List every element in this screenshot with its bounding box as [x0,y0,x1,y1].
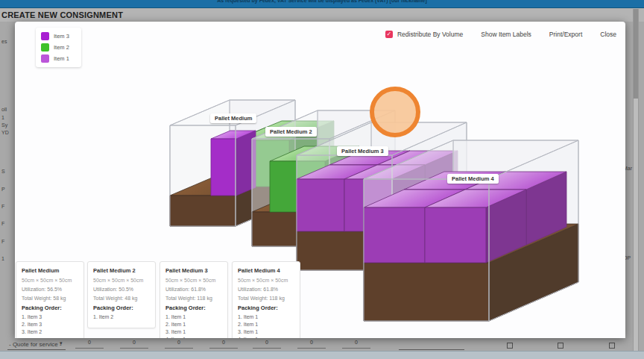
packing-item: 2. Item 3 [22,322,79,327]
chevron-down-icon: ▾ [60,340,63,346]
redistribute-by-volume-toggle[interactable]: ✓ Redistribute By Volume [385,31,463,38]
packing-item: 1. Item 1 [165,314,223,319]
card-dimensions: 50cm × 50cm × 50cm [22,278,79,283]
dialog-toolbar: ✓ Redistribute By Volume Show Item Label… [385,31,616,38]
click-indicator-circle [370,87,420,137]
card-total-weight: Total Weight: 48 kg [93,296,151,301]
packing-item: 1. Item 1 [238,314,295,319]
card-dimensions: 50cm × 50cm × 50cm [165,278,223,283]
left-fragment: es [1,39,7,44]
legend-item-label: Item 2 [54,44,69,51]
card-total-weight: Total Weight: 58 kg [22,296,79,301]
pallet-label-chip: Pallet Medium [210,113,256,123]
card-dimensions: 50cm × 50cm × 50cm [93,278,151,283]
card-title: Pallet Medium [22,267,79,274]
quantity-stepper[interactable]: 0 [120,340,148,349]
bottom-bar [0,351,644,359]
left-fragment: P [1,187,5,192]
vertical-scrollbar[interactable] [633,9,639,351]
left-fragment: F [1,221,4,226]
card-title: Pallet Medium 4 [238,267,295,274]
packing-item: 4. Item 1 [165,337,223,338]
legend-item: Item 1 [41,54,69,63]
pallet-info-card: Pallet Medium 4 50cm × 50cm × 50cm Utili… [232,261,300,338]
packing-item: 4. Item 1 [238,337,295,338]
card-utilization: Utilization: 50.5% [93,287,151,292]
card-total-weight: Total Weight: 118 kg [165,296,223,301]
background-checkbox[interactable] [558,343,564,349]
packing-item: 3. Item 2 [22,329,79,334]
scrollbar-thumb[interactable] [634,9,638,99]
left-fragment: 1 [1,115,4,120]
page-header: CREATE NEW CONSIGNMENT [0,8,644,22]
pallet-label-chip: Pallet Medium 3 [337,146,388,156]
page: As requested by Fedex, VAT Service will … [0,0,644,359]
item1-swatch [41,54,49,63]
redistribute-label: Redistribute By Volume [397,31,463,38]
close-button[interactable]: Close [600,31,616,38]
packing-visualization-dialog: Item 3 Item 2 Item 1 ✓ Redistribute By V… [15,22,625,338]
top-notification-bar: As requested by Fedex, VAT Service will … [0,0,644,8]
packing-item: 2. Item 1 [238,322,295,327]
pallet-label-chip: Pallet Medium 4 [447,174,499,184]
topbar-notice-text: As requested by Fedex, VAT Service will … [217,0,427,3]
card-utilization: Utilization: 61.8% [238,287,295,292]
card-utilization: Utilization: 56.5% [22,287,79,292]
pallet-info-card: Pallet Medium 50cm × 50cm × 50cm Utiliza… [16,261,84,338]
left-fragment: S [1,169,5,174]
packing-item: 1. Item 3 [22,314,79,319]
quantity-stepper[interactable]: 0 [297,340,326,349]
item2-swatch [41,43,49,51]
card-packing-label: Packing Order: [93,305,151,311]
quantity-stepper[interactable]: 0 [165,340,193,349]
legend-item-label: Item 3 [54,33,69,40]
legend-item-label: Item 1 [54,55,69,62]
quantity-stepper[interactable]: 0 [75,340,104,349]
left-fragment: Sy [1,122,7,128]
card-title: Pallet Medium 3 [165,267,223,274]
text-field-underline[interactable] [399,349,464,350]
item3-swatch [41,32,49,40]
card-packing-label: Packing Order: [238,305,295,311]
left-fragment: F [1,204,4,209]
packing-item: 3. Item 1 [165,329,223,334]
show-item-labels-button[interactable]: Show Item Labels [481,31,531,38]
print-export-button[interactable]: Print/Export [549,31,582,38]
pallet-info-card: Pallet Medium 2 50cm × 50cm × 50cm Utili… [87,261,156,328]
card-title: Pallet Medium 2 [93,267,151,274]
background-checkbox[interactable] [507,343,513,349]
legend-item: Item 2 [41,43,69,51]
background-checkbox[interactable] [609,343,615,349]
card-utilization: Utilization: 61.8% [165,287,223,292]
legend: Item 3 Item 2 Item 1 [36,28,81,67]
packing-item: 3. Item 1 [238,329,295,334]
quote-for-service-select[interactable]: - Quote for service - [9,341,62,348]
left-fragment: YD [1,130,9,135]
card-dimensions: 50cm × 50cm × 50cm [238,278,295,283]
page-title: CREATE NEW CONSIGNMENT [1,10,123,19]
redistribute-checkbox[interactable]: ✓ [385,31,393,38]
left-fragment: 1 [1,256,4,261]
card-packing-label: Packing Order: [22,305,79,311]
checkbox-check-icon: ✓ [387,31,392,37]
card-total-weight: Total Weight: 118 kg [238,296,295,301]
quantity-stepper[interactable]: 0 [209,340,238,349]
left-fragment: oll [1,107,7,112]
pallet-label-chip: Pallet Medium 2 [265,127,317,137]
quantity-stepper[interactable]: 0 [342,340,370,349]
packing-item: 2. Item 1 [165,322,223,327]
quote-select-underline [7,349,66,350]
pallet-info-card: Pallet Medium 3 50cm × 50cm × 50cm Utili… [160,261,228,338]
legend-item: Item 3 [41,32,69,40]
left-fragment: F [1,239,4,244]
packing-item: 1. Item 2 [93,314,151,319]
card-packing-label: Packing Order: [165,305,223,311]
quantity-stepper[interactable]: 0 [253,340,281,349]
